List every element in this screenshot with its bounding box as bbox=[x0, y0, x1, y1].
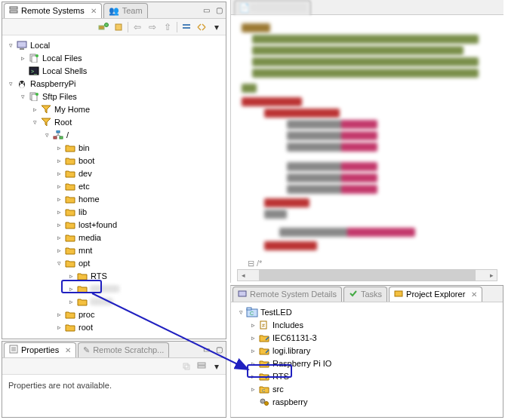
link-icon[interactable] bbox=[196, 21, 208, 33]
categories-icon[interactable] bbox=[196, 360, 208, 372]
back-icon[interactable]: ⇦ bbox=[131, 21, 143, 33]
tree-node-folder[interactable]: ▹boot bbox=[4, 154, 224, 167]
expand-icon[interactable]: ▹ bbox=[249, 372, 257, 380]
tab-team[interactable]: 👥 Team bbox=[103, 3, 148, 18]
tab-remote-system-details[interactable]: Remote System Details bbox=[232, 287, 342, 302]
tree-node-iec[interactable]: ▹ IEC61131-3 bbox=[232, 331, 501, 344]
tree-node-sftp-files[interactable]: ▿ Sftp Files bbox=[4, 90, 224, 103]
tree-node-local[interactable]: ▿ Local bbox=[4, 38, 224, 51]
expand-icon[interactable]: ▹ bbox=[249, 385, 257, 393]
maximize-icon[interactable]: ▢ bbox=[214, 5, 224, 16]
close-icon[interactable]: ✕ bbox=[91, 7, 97, 15]
tab-properties[interactable]: Properties ✕ bbox=[4, 342, 76, 357]
expand-icon[interactable]: ▹ bbox=[55, 323, 63, 331]
expand-icon[interactable]: ▿ bbox=[31, 118, 39, 126]
expand-icon[interactable]: ▹ bbox=[55, 233, 63, 241]
tree-node-folder[interactable]: ▹mnt bbox=[4, 244, 224, 256]
expand-icon[interactable]: ▿ bbox=[7, 79, 15, 87]
node-label: TestLED bbox=[260, 308, 292, 317]
tree-node-raspberrypi[interactable]: ▿ RaspberryPi bbox=[4, 77, 224, 90]
tree-node-folder[interactable]: ▹bin bbox=[4, 141, 224, 154]
expand-icon[interactable]: ▿ bbox=[237, 308, 245, 316]
tree-node-includes[interactable]: ▹ # Includes bbox=[232, 318, 501, 331]
tab-remote-scratchpad[interactable]: ✎ Remote Scratchp... bbox=[78, 342, 169, 357]
expand-icon[interactable]: ▹ bbox=[55, 310, 63, 318]
svg-point-11 bbox=[35, 54, 38, 57]
tree-node-folder[interactable]: ▹lib bbox=[4, 205, 224, 218]
tree-node-root[interactable]: ▿ Root bbox=[4, 115, 224, 128]
tab-tasks[interactable]: Tasks bbox=[343, 287, 387, 302]
expand-icon[interactable]: ▹ bbox=[67, 284, 75, 293]
collapse-all-icon[interactable] bbox=[180, 21, 192, 33]
tree-node-src[interactable]: ▹ C src bbox=[232, 382, 501, 395]
tree-node-blurred[interactable]: ▹ bbox=[4, 282, 224, 295]
node-label: Sftp Files bbox=[42, 92, 77, 101]
tree-node-my-home[interactable]: ▹ My Home bbox=[4, 103, 224, 115]
remote-systems-toolbar: ⇦ ⇨ ⇧ ▾ bbox=[2, 19, 226, 35]
expand-icon[interactable]: ▹ bbox=[67, 297, 75, 305]
tree-node-folder[interactable]: ▿opt bbox=[4, 256, 224, 269]
tree-node-local-shells[interactable]: ▹ >_ Local Shells bbox=[4, 64, 224, 77]
shell-icon: >_ bbox=[28, 65, 40, 77]
expand-icon[interactable]: ▹ bbox=[249, 346, 257, 354]
node-label: boot bbox=[79, 156, 94, 165]
new-connection-icon[interactable] bbox=[97, 21, 109, 33]
editor-horizontal-scrollbar[interactable]: ◂ ▸ bbox=[237, 269, 497, 281]
tree-node-project-rts[interactable]: ▹ RTS bbox=[232, 369, 501, 382]
tree-node-blurred[interactable]: ▹ bbox=[4, 295, 224, 308]
expand-icon[interactable]: ▹ bbox=[55, 195, 63, 203]
scroll-left-icon[interactable]: ◂ bbox=[238, 271, 248, 279]
tree-node-folder[interactable]: ▹root bbox=[4, 320, 224, 333]
expand-icon[interactable]: ▹ bbox=[67, 271, 75, 280]
tree-node-folder[interactable]: ▹lost+found bbox=[4, 218, 224, 231]
tree-node-rts[interactable]: ▹ RTS bbox=[4, 269, 224, 282]
expand-icon[interactable]: ▹ bbox=[249, 333, 257, 342]
menu-icon[interactable]: ▾ bbox=[211, 360, 223, 372]
expand-icon[interactable]: ▿ bbox=[19, 92, 27, 100]
node-label: Local bbox=[30, 41, 50, 50]
tree-node-folder[interactable]: ▹dev bbox=[4, 167, 224, 179]
pin-icon[interactable] bbox=[180, 360, 192, 372]
expand-icon[interactable]: ▹ bbox=[55, 169, 63, 177]
expand-icon[interactable]: ▹ bbox=[55, 182, 63, 190]
tree-node-folder[interactable]: ▹home bbox=[4, 192, 224, 205]
expand-icon[interactable]: ▹ bbox=[55, 143, 63, 152]
tab-remote-systems[interactable]: Remote Systems ✕ bbox=[4, 3, 102, 18]
close-icon[interactable]: ✕ bbox=[65, 346, 71, 354]
tab-project-explorer[interactable]: Project Explorer ✕ bbox=[389, 287, 482, 302]
expand-icon[interactable]: ▹ bbox=[19, 54, 27, 62]
up-icon[interactable]: ⇧ bbox=[162, 21, 174, 33]
tree-node-logi[interactable]: ▹ logi.library bbox=[232, 344, 501, 357]
tree-node-folder[interactable]: ▹etc bbox=[4, 179, 224, 192]
expand-icon[interactable]: ▹ bbox=[249, 359, 257, 367]
tree-node-folder[interactable]: ▹proc bbox=[4, 308, 224, 320]
node-label: IEC61131-3 bbox=[273, 333, 317, 342]
expand-icon[interactable]: ▿ bbox=[55, 259, 63, 267]
tree-node-folder[interactable]: ▹media bbox=[4, 231, 224, 244]
expand-icon[interactable]: ▹ bbox=[55, 207, 63, 216]
expand-icon[interactable]: ▿ bbox=[43, 130, 51, 139]
svg-rect-36 bbox=[395, 291, 402, 296]
expand-icon[interactable]: ▿ bbox=[7, 41, 15, 49]
expand-icon[interactable]: ▹ bbox=[249, 320, 257, 329]
expand-icon[interactable]: ▹ bbox=[55, 246, 63, 254]
minimize-icon[interactable]: ▭ bbox=[201, 5, 211, 16]
tree-node-rpi-io[interactable]: ▹ Raspberry Pi IO bbox=[232, 357, 501, 369]
expand-icon[interactable]: ▹ bbox=[55, 156, 63, 164]
minimize-icon[interactable]: ▭ bbox=[201, 345, 211, 355]
forward-icon[interactable]: ⇨ bbox=[146, 21, 159, 33]
editor-tab-blurred[interactable]: 📄 bbox=[234, 0, 311, 15]
scroll-right-icon[interactable]: ▸ bbox=[486, 271, 497, 279]
tree-node-slash[interactable]: ▿ / bbox=[4, 128, 224, 141]
tree-node-local-files[interactable]: ▹ Local Files bbox=[4, 51, 224, 64]
node-label: lost+found bbox=[79, 220, 117, 229]
refresh-icon[interactable] bbox=[112, 21, 125, 33]
tree-node-raspberry[interactable]: ▹ raspberry bbox=[232, 395, 501, 408]
expand-icon[interactable]: ▹ bbox=[31, 105, 39, 113]
expand-icon[interactable]: ▹ bbox=[55, 220, 63, 228]
scroll-thumb[interactable] bbox=[259, 270, 476, 281]
menu-icon[interactable]: ▾ bbox=[211, 21, 223, 33]
maximize-icon[interactable]: ▢ bbox=[214, 345, 224, 355]
close-icon[interactable]: ✕ bbox=[471, 290, 477, 299]
tree-node-project[interactable]: ▿ C TestLED bbox=[232, 305, 501, 318]
